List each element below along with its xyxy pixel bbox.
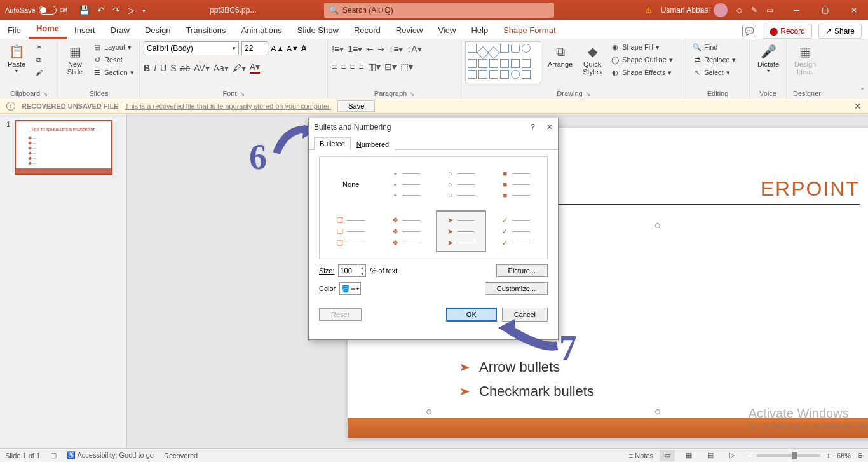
autosave-toggle[interactable]: AutoSave Off	[5, 6, 67, 15]
shape-effects-button[interactable]: ◐Shape Effects ▾	[608, 67, 675, 78]
picture-button[interactable]: Picture...	[496, 264, 548, 277]
reset-button[interactable]: ↺Reset	[90, 54, 137, 65]
bullet-option-4diamond[interactable]: ❖ ❖ ❖	[381, 210, 431, 252]
save-icon[interactable]: 💾	[79, 5, 90, 15]
comments-icon[interactable]: 💬	[742, 25, 756, 37]
smartart-button[interactable]: ⬚▾	[400, 62, 413, 72]
highlight-button[interactable]: 🖍▾	[233, 63, 246, 73]
bullet-option-square[interactable]: ■ ■ ■	[491, 163, 541, 205]
tab-file[interactable]: File	[0, 22, 29, 39]
spin-up-icon[interactable]: ▲	[358, 265, 365, 271]
select-button[interactable]: ↖Select ▾	[690, 67, 738, 78]
size-input[interactable]	[339, 265, 358, 276]
search-box[interactable]: 🔍 Search (Alt+Q)	[324, 3, 554, 18]
spin-down-icon[interactable]: ▼	[358, 271, 365, 276]
replace-button[interactable]: ⇄Replace ▾	[690, 54, 738, 65]
numbering-button[interactable]: 1≡▾	[348, 44, 362, 54]
ribbon-display-icon[interactable]: ▭	[766, 6, 773, 15]
clear-format-icon[interactable]: A̷	[301, 44, 306, 53]
new-slide-button[interactable]: ▦ New Slide	[62, 41, 88, 77]
undo-icon[interactable]: ↶	[97, 5, 105, 15]
bullet-option-check[interactable]: ✓ ✓ ✓	[491, 210, 541, 252]
align-left-button[interactable]: ≡	[332, 62, 337, 72]
outdent-button[interactable]: ⇤	[366, 44, 374, 54]
slideshow-icon[interactable]: ▷	[128, 5, 135, 15]
tab-review[interactable]: Review	[388, 22, 431, 39]
bullet-option-dot[interactable]: • • •	[381, 163, 431, 205]
align-right-button[interactable]: ≡	[349, 62, 355, 72]
record-button[interactable]: ⬤Record	[763, 24, 812, 39]
format-painter-button[interactable]: 🖌	[32, 67, 46, 78]
tab-bulleted[interactable]: Bulleted	[314, 137, 351, 150]
arrange-button[interactable]: ⧉Arrange	[544, 41, 576, 69]
tab-record[interactable]: Record	[346, 22, 388, 39]
case-button[interactable]: Aa▾	[214, 63, 229, 73]
font-size-combo[interactable]: 22	[241, 41, 268, 55]
qat-more-icon[interactable]: ▾	[142, 7, 146, 14]
collapse-ribbon-icon[interactable]: ˄	[860, 87, 864, 96]
dialog-help-icon[interactable]: ?	[531, 123, 535, 132]
zoom-in-icon[interactable]: +	[827, 452, 831, 459]
zoom-out-icon[interactable]: −	[746, 452, 750, 459]
section-button[interactable]: ☰Section ▾	[90, 67, 137, 78]
shapes-gallery[interactable]	[465, 41, 541, 83]
slide-thumbnail[interactable]: HOW TO ADD BULLETS IN POWERPOINT —— —— —…	[15, 120, 112, 175]
account-button[interactable]: Usman Abbasi	[661, 3, 728, 17]
tab-help[interactable]: Help	[463, 22, 496, 39]
tab-home[interactable]: Home	[29, 20, 67, 39]
quick-styles-button[interactable]: ◆Quick Styles	[579, 41, 606, 77]
ok-button[interactable]: OK	[446, 308, 497, 322]
cut-button[interactable]: ✂	[32, 41, 46, 53]
text-direction-button[interactable]: ↕A▾	[407, 44, 421, 54]
strike-button[interactable]: ab	[180, 63, 190, 73]
paste-button[interactable]: 📋 Paste ▾	[4, 41, 29, 75]
bullet-option-circle[interactable]: ○ ○ ○	[436, 163, 486, 205]
decrease-font-icon[interactable]: A▼	[287, 44, 299, 52]
fit-window-icon[interactable]: ⊕	[857, 451, 863, 459]
tab-view[interactable]: View	[430, 22, 463, 39]
close-button[interactable]: ✕	[839, 0, 868, 20]
bullet-option-hollow-square[interactable]: ❏ ❏ ❏	[326, 210, 376, 252]
justify-button[interactable]: ≡	[359, 62, 364, 72]
tab-design[interactable]: Design	[137, 22, 178, 39]
thumbnail-item[interactable]: 1 HOW TO ADD BULLETS IN POWERPOINT —— ——…	[6, 120, 120, 175]
font-launcher-icon[interactable]: ↘	[240, 90, 245, 97]
shape-outline-button[interactable]: ◯Shape Outline ▾	[608, 54, 675, 65]
dictate-button[interactable]: 🎤Dictate▾	[754, 41, 783, 75]
find-button[interactable]: 🔍Find	[690, 41, 738, 53]
tab-draw[interactable]: Draw	[103, 22, 137, 39]
size-spinner[interactable]: ▲▼	[338, 264, 366, 277]
slide-counter[interactable]: Slide 1 of 1	[5, 452, 40, 459]
recovery-close-icon[interactable]: ✕	[854, 101, 862, 111]
design-ideas-button[interactable]: ▦Design Ideas	[790, 41, 820, 77]
tab-slideshow[interactable]: Slide Show	[290, 22, 346, 39]
dialog-close-icon[interactable]: ✕	[546, 123, 553, 132]
font-name-combo[interactable]: Calibri (Body)▾	[144, 41, 239, 55]
redo-icon[interactable]: ↷	[112, 5, 120, 15]
clipboard-launcher-icon[interactable]: ↘	[43, 90, 48, 97]
recovery-text[interactable]: This is a recovered file that is tempora…	[125, 102, 332, 110]
line-spacing-button[interactable]: ↕≡▾	[389, 44, 403, 54]
tab-insert[interactable]: Insert	[67, 22, 103, 39]
sorter-view-icon[interactable]: ▦	[681, 450, 696, 461]
spacing-button[interactable]: AV▾	[194, 63, 210, 73]
maximize-button[interactable]: ▢	[811, 0, 839, 20]
pen-icon[interactable]: ✎	[751, 6, 757, 15]
tab-transitions[interactable]: Transitions	[178, 22, 233, 39]
tab-numbered[interactable]: Numbered	[351, 138, 395, 150]
columns-button[interactable]: ▥▾	[368, 62, 381, 72]
color-dropdown[interactable]: 🪣▾	[339, 282, 361, 295]
paragraph-launcher-icon[interactable]: ↘	[409, 90, 414, 97]
drawing-launcher-icon[interactable]: ↘	[585, 90, 590, 97]
share-button[interactable]: ↗ Share	[818, 24, 862, 39]
bold-button[interactable]: B	[144, 63, 150, 73]
shadow-button[interactable]: S	[170, 63, 176, 73]
warning-icon[interactable]: ⚠	[645, 6, 652, 15]
accessibility-status[interactable]: ♿ Accessibility: Good to go	[67, 451, 154, 459]
notes-button[interactable]: ≡ Notes	[629, 452, 653, 459]
italic-button[interactable]: I	[154, 63, 156, 73]
minimize-button[interactable]: ─	[782, 0, 811, 20]
underline-button[interactable]: U	[160, 63, 166, 73]
shape-fill-button[interactable]: ◉Shape Fill ▾	[608, 41, 675, 53]
indent-button[interactable]: ⇥	[377, 44, 385, 54]
